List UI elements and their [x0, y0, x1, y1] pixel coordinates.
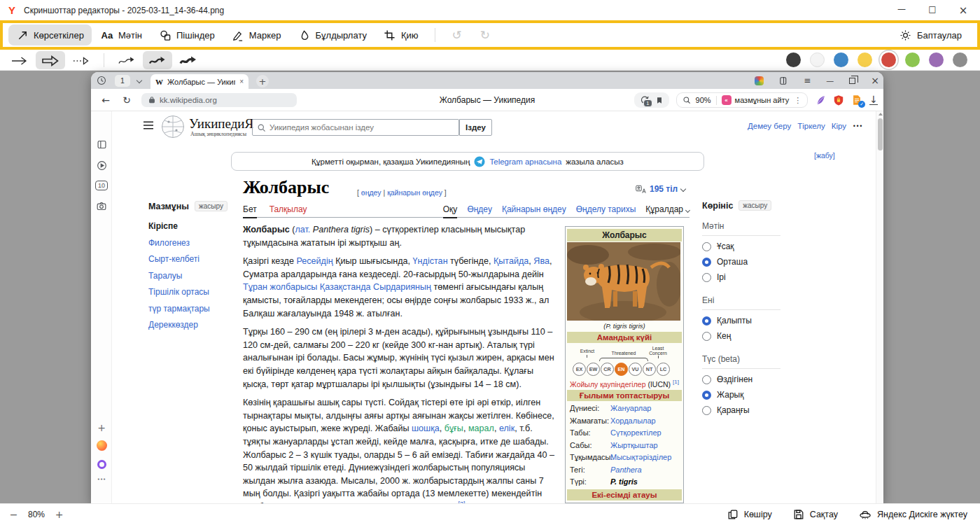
- wiki-tab-Құралдар[interactable]: Құралдар: [645, 204, 690, 218]
- tool-shapes[interactable]: Пішіндер: [151, 24, 223, 46]
- iucn-status-link[interactable]: Жойылу қаупіндегілер: [570, 380, 645, 388]
- wiki-tab-Талқылау[interactable]: Талқылау: [270, 204, 307, 218]
- inline-link[interactable]: Тұран жолбарысы: [243, 282, 317, 292]
- zoom-magnifier-icon[interactable]: [682, 96, 691, 104]
- inline-link[interactable]: шошқа: [412, 424, 440, 433]
- read-aloud-button[interactable]: « мазмұнын айту: [722, 95, 790, 105]
- toc-item[interactable]: Кіріспе: [148, 221, 236, 231]
- inline-link[interactable]: Үндістан: [413, 256, 448, 266]
- bookmark-icon[interactable]: [655, 96, 664, 105]
- redo-button[interactable]: ↻: [472, 28, 498, 42]
- toc-hide-button[interactable]: жасыру: [195, 201, 227, 211]
- side-panels-icon[interactable]: [779, 76, 788, 85]
- radio-button[interactable]: [702, 242, 711, 251]
- radio-option-Қалыпты[interactable]: Қалыпты: [702, 313, 790, 328]
- taxonomy-value[interactable]: Жыртқыштар: [610, 440, 658, 452]
- color-swatch-green[interactable]: [905, 52, 920, 67]
- language-selector[interactable]: 195 тіл: [636, 184, 685, 194]
- reload-icon[interactable]: ↻: [116, 94, 137, 106]
- radio-option-Жарық[interactable]: Жарық: [702, 387, 790, 402]
- inline-link[interactable]: Ресейдің: [296, 256, 332, 266]
- arrow-style-dashed[interactable]: [66, 51, 96, 69]
- account-more-icon[interactable]: •••: [853, 123, 862, 130]
- edit-link[interactable]: қайнарын өңдеу: [387, 188, 442, 197]
- translate-doc-icon[interactable]: ✓: [851, 94, 862, 106]
- sidebar-tabs-counter[interactable]: 10: [91, 181, 112, 190]
- wikipedia-wordmark[interactable]: УикипедиЯ: [189, 116, 253, 132]
- share-icon[interactable]: 1: [640, 95, 650, 105]
- color-swatch-red[interactable]: [881, 52, 896, 67]
- color-swatch-gray[interactable]: [953, 52, 967, 67]
- wiki-tab-Өңделу тарихы[interactable]: Өңделу тарихы: [576, 204, 636, 218]
- radio-button[interactable]: [702, 258, 711, 267]
- search-button[interactable]: Іздеу: [459, 119, 492, 136]
- taxonomy-value[interactable]: Мысықтәрізділер: [610, 451, 671, 464]
- wiki-search-box[interactable]: [252, 119, 459, 136]
- inline-link[interactable]: лат.: [295, 225, 310, 234]
- appearance-hide-button[interactable]: жасыру: [738, 200, 771, 211]
- alice-assistant-icon[interactable]: [91, 460, 112, 469]
- zoom-out-button[interactable]: −: [7, 508, 20, 522]
- wiki-menu-icon[interactable]: [143, 120, 154, 130]
- arrow-style-wavy-bold[interactable]: [174, 51, 203, 69]
- arrow-style-wavy-medium[interactable]: [143, 51, 172, 69]
- sidebar-screenshot-camera-icon[interactable]: [91, 201, 112, 211]
- sidebar-panels-icon[interactable]: [91, 139, 112, 150]
- search-input[interactable]: [270, 123, 454, 132]
- minimize-button[interactable]: —: [896, 4, 907, 17]
- radio-option-Орташа[interactable]: Орташа: [702, 254, 790, 270]
- account-link[interactable]: Демеу беру: [748, 122, 791, 130]
- tab-list-chevron-icon[interactable]: [136, 78, 142, 83]
- color-swatch-yellow[interactable]: [858, 52, 872, 67]
- radio-button[interactable]: [702, 391, 711, 400]
- zoom-in-button[interactable]: +: [52, 508, 66, 522]
- sidebar-more-icon[interactable]: •••: [91, 477, 112, 482]
- taxonomy-value[interactable]: Хордалылар: [610, 415, 656, 428]
- tool-text[interactable]: АаМәтін: [93, 24, 150, 46]
- inline-link[interactable]: Ява: [533, 256, 550, 266]
- browser-minimize-icon[interactable]: —: [826, 76, 834, 85]
- iucn-ref[interactable]: [1]: [673, 379, 679, 385]
- tool-arrows[interactable]: Көрсеткілер: [8, 24, 92, 46]
- editor-canvas[interactable]: 1 W Жолбарыс — Уикипед × + ≡ — ×: [0, 71, 980, 503]
- action-save[interactable]: Сақтау: [793, 509, 838, 520]
- inline-link[interactable]: Қазақстанда: [320, 282, 371, 292]
- maximize-button[interactable]: □: [927, 4, 938, 17]
- url-field[interactable]: kk.wikipedia.org: [141, 93, 297, 107]
- radio-button[interactable]: [702, 316, 711, 326]
- wiki-tab-Өңдеу[interactable]: Өңдеу: [467, 204, 492, 218]
- taxonomy-value[interactable]: Жануарлар: [610, 402, 651, 415]
- inline-link[interactable]: елік: [499, 424, 514, 433]
- pill-more-icon[interactable]: ⋮: [794, 96, 802, 105]
- sidebar-add-icon[interactable]: +: [91, 422, 112, 433]
- account-link[interactable]: Кіру: [832, 122, 846, 130]
- page-zoom-value[interactable]: 90%: [696, 96, 711, 104]
- radio-option-Ірі[interactable]: Ірі: [702, 270, 790, 285]
- taxonomy-value[interactable]: Сүтқоректілер: [610, 427, 662, 440]
- page-scrollbar[interactable]: [876, 111, 883, 503]
- back-icon[interactable]: ←: [95, 94, 116, 106]
- color-swatch-black[interactable]: [786, 52, 801, 67]
- telegram-link[interactable]: Telegram арнасына: [489, 158, 561, 166]
- tab-close-icon[interactable]: ×: [239, 78, 244, 85]
- inline-link[interactable]: марал: [468, 424, 494, 433]
- toc-item[interactable]: түр тармақтары: [148, 304, 236, 314]
- action-copy[interactable]: Көшіру: [727, 509, 772, 520]
- tool-blur[interactable]: Бұлдырлату: [290, 24, 374, 46]
- banner-close-link[interactable]: [жабу]: [814, 151, 835, 160]
- color-swatch-blue[interactable]: [834, 52, 848, 67]
- browser-menu-icon[interactable]: ≡: [804, 76, 811, 85]
- tiger-image[interactable]: [567, 242, 682, 321]
- account-link[interactable]: Тіркелу: [797, 122, 825, 130]
- inline-link[interactable]: Қытайда: [493, 256, 528, 266]
- toc-item[interactable]: Дереккөздер: [148, 320, 236, 330]
- toc-item[interactable]: Тіршілік ортасы: [148, 287, 236, 297]
- wiki-tab-Бет[interactable]: Бет: [243, 204, 257, 218]
- toc-item[interactable]: Таралуы: [148, 271, 236, 281]
- pen-extension-icon[interactable]: [815, 94, 826, 106]
- download-icon[interactable]: ↓: [869, 95, 878, 105]
- inline-link[interactable]: Сырдарияның: [373, 282, 431, 292]
- close-button[interactable]: ×: [958, 4, 969, 17]
- tool-crop[interactable]: Қию: [376, 24, 426, 46]
- new-tab-button[interactable]: +: [256, 75, 269, 88]
